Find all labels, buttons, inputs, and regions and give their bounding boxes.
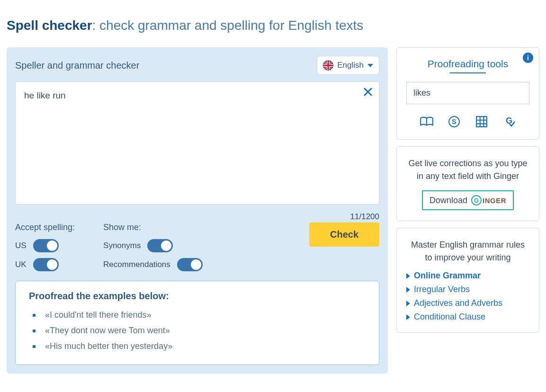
example-text: «I could'nt tell there friends» [45, 310, 152, 320]
svg-text:S: S [452, 118, 456, 125]
svg-text:G: G [506, 116, 512, 125]
char-counter: 11/1200 [15, 212, 379, 222]
proofreading-tools-card: i Proofreading tools S G [396, 47, 539, 140]
ginger-card: Get live corrections as you type in any … [396, 146, 539, 221]
synonyms-icon[interactable]: S [447, 115, 461, 129]
link-label: Adjectives and Adverbs [414, 298, 502, 308]
us-toggle[interactable] [33, 239, 59, 252]
svg-rect-4 [476, 116, 487, 127]
link-label: Online Grammar [414, 271, 481, 281]
proof-search-input[interactable] [406, 82, 529, 104]
info-icon[interactable]: i [523, 53, 533, 63]
text-input[interactable] [15, 81, 379, 205]
grammar-links-card: Master English grammar rules to improve … [396, 228, 539, 333]
synonyms-toggle[interactable] [147, 239, 173, 252]
chevron-down-icon [367, 64, 373, 67]
recommendations-toggle[interactable] [177, 258, 203, 271]
conjugation-icon[interactable] [474, 115, 489, 129]
synonyms-label: Synonyms [103, 241, 141, 250]
link-label: Irregular Verbs [414, 285, 470, 294]
triangle-right-icon [406, 287, 410, 293]
us-label: US [15, 241, 27, 250]
bullet-icon [33, 314, 36, 317]
download-ginger-button[interactable]: Download GINGER [422, 190, 514, 210]
show-me-label: Show me: [103, 223, 203, 232]
example-item[interactable]: «They dont now were Tom went» [29, 323, 366, 339]
ginger-text: Get live corrections as you type in any … [406, 157, 529, 183]
example-item[interactable]: «I could'nt tell there friends» [29, 307, 366, 323]
triangle-right-icon [406, 273, 410, 279]
example-item[interactable]: «His much better then yesterday» [29, 339, 366, 354]
uk-toggle[interactable] [33, 258, 59, 271]
examples-title: Proofread the examples below: [29, 291, 366, 302]
dictionary-icon[interactable] [420, 115, 434, 129]
examples-card: Proofread the examples below: «I could'n… [15, 281, 379, 365]
download-label: Download [430, 196, 467, 205]
uk-label: UK [15, 260, 27, 269]
example-text: «His much better then yesterday» [45, 341, 172, 351]
example-text: «They dont now were Tom went» [45, 326, 170, 336]
check-button[interactable]: Check [309, 223, 379, 247]
title-rest: : check grammar and spelling for English… [92, 18, 364, 33]
proof-tools-title: Proofreading tools [406, 58, 529, 70]
bullet-icon [33, 330, 36, 332]
page-title: Spell checker: check grammar and spellin… [7, 18, 539, 33]
grammar-check-icon[interactable]: G [502, 115, 516, 129]
link-label: Conditional Clause [414, 312, 485, 322]
triangle-right-icon [406, 301, 410, 306]
language-label: English [337, 61, 364, 70]
title-underline [450, 72, 486, 73]
link-online-grammar[interactable]: Online Grammar [406, 271, 529, 281]
triangle-right-icon [406, 314, 410, 320]
clear-button[interactable] [361, 85, 375, 98]
bullet-icon [33, 345, 36, 348]
recommendations-label: Recommendations [103, 260, 170, 269]
link-adjectives-adverbs[interactable]: Adjectives and Adverbs [406, 298, 529, 308]
ginger-logo-icon: GINGER [471, 195, 506, 205]
title-bold: Spell checker [7, 18, 92, 33]
checker-heading: Speller and grammar checker [15, 60, 139, 71]
language-select[interactable]: English [317, 56, 379, 75]
accept-spelling-label: Accept spelling: [15, 223, 75, 232]
uk-flag-icon [323, 60, 333, 71]
link-conditional-clause[interactable]: Conditional Clause [406, 312, 529, 322]
grammar-card-text: Master English grammar rules to improve … [406, 239, 529, 264]
link-irregular-verbs[interactable]: Irregular Verbs [406, 285, 529, 294]
checker-card: Speller and grammar checker [7, 47, 388, 374]
close-icon [364, 88, 372, 96]
